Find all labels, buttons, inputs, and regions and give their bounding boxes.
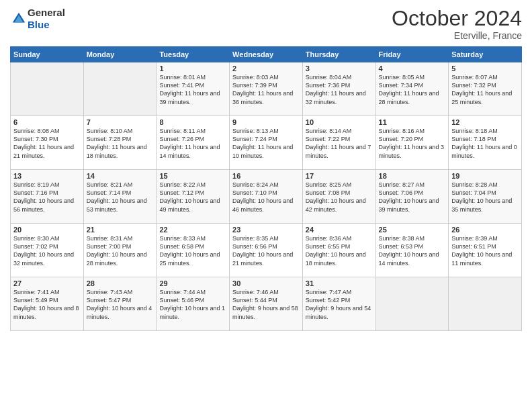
col-wednesday: Wednesday [230, 47, 303, 62]
logo: General Blue [10, 7, 65, 31]
cell-detail: Sunrise: 8:01 AMSunset: 7:41 PMDaylight:… [159, 73, 226, 106]
col-monday: Monday [83, 47, 157, 62]
cell-detail: Sunrise: 8:05 AMSunset: 7:34 PMDaylight:… [379, 73, 446, 106]
cell-2-2: 15Sunrise: 8:22 AMSunset: 7:12 PMDayligh… [157, 170, 230, 224]
day-number: 31 [306, 279, 373, 287]
cell-3-2: 22Sunrise: 8:33 AMSunset: 6:58 PMDayligh… [157, 224, 230, 277]
col-friday: Friday [375, 47, 449, 62]
cell-detail: Sunrise: 7:47 AMSunset: 5:42 PMDaylight:… [306, 288, 373, 321]
day-number: 21 [87, 226, 154, 234]
day-number: 6 [13, 118, 81, 126]
cell-detail: Sunrise: 8:25 AMSunset: 7:08 PMDaylight:… [306, 181, 373, 214]
day-number: 27 [13, 279, 81, 287]
day-number: 20 [13, 226, 81, 234]
day-number: 12 [451, 118, 519, 126]
cell-detail: Sunrise: 8:10 AMSunset: 7:28 PMDaylight:… [87, 127, 154, 160]
day-number: 30 [232, 279, 300, 287]
location-text: Eterville, France [392, 30, 522, 41]
cell-detail: Sunrise: 8:39 AMSunset: 6:51 PMDaylight:… [451, 234, 519, 267]
day-number: 26 [451, 226, 519, 234]
day-number: 29 [159, 279, 226, 287]
day-number: 24 [306, 226, 373, 234]
cell-detail: Sunrise: 8:36 AMSunset: 6:55 PMDaylight:… [306, 234, 373, 267]
day-number: 16 [232, 172, 300, 180]
cell-2-6: 19Sunrise: 8:28 AMSunset: 7:04 PMDayligh… [449, 170, 522, 224]
cell-0-2: 1Sunrise: 8:01 AMSunset: 7:41 PMDaylight… [157, 62, 230, 116]
cell-detail: Sunrise: 8:13 AMSunset: 7:24 PMDaylight:… [232, 127, 300, 160]
day-number: 15 [159, 172, 226, 180]
cell-detail: Sunrise: 8:18 AMSunset: 7:18 PMDaylight:… [451, 127, 519, 160]
week-row-2: 13Sunrise: 8:19 AMSunset: 7:16 PMDayligh… [11, 170, 522, 224]
cell-detail: Sunrise: 8:30 AMSunset: 7:02 PMDaylight:… [13, 234, 81, 267]
cell-2-0: 13Sunrise: 8:19 AMSunset: 7:16 PMDayligh… [11, 170, 84, 224]
day-number: 14 [87, 172, 154, 180]
day-number: 28 [87, 279, 154, 287]
calendar-page: General Blue October 2024 Eterville, Fra… [0, 0, 532, 411]
cell-detail: Sunrise: 8:19 AMSunset: 7:16 PMDaylight:… [13, 181, 81, 214]
cell-detail: Sunrise: 8:22 AMSunset: 7:12 PMDaylight:… [159, 181, 226, 214]
cell-detail: Sunrise: 8:21 AMSunset: 7:14 PMDaylight:… [87, 181, 154, 214]
week-row-4: 27Sunrise: 7:41 AMSunset: 5:49 PMDayligh… [11, 277, 522, 331]
cell-4-0: 27Sunrise: 7:41 AMSunset: 5:49 PMDayligh… [11, 277, 84, 331]
cell-3-1: 21Sunrise: 8:31 AMSunset: 7:00 PMDayligh… [83, 224, 157, 277]
cell-2-1: 14Sunrise: 8:21 AMSunset: 7:14 PMDayligh… [83, 170, 157, 224]
cell-detail: Sunrise: 8:24 AMSunset: 7:10 PMDaylight:… [232, 181, 300, 214]
cell-detail: Sunrise: 7:41 AMSunset: 5:49 PMDaylight:… [13, 288, 81, 321]
cell-detail: Sunrise: 7:44 AMSunset: 5:46 PMDaylight:… [159, 288, 226, 321]
cell-1-5: 11Sunrise: 8:16 AMSunset: 7:20 PMDayligh… [375, 116, 449, 170]
cell-detail: Sunrise: 8:03 AMSunset: 7:39 PMDaylight:… [232, 73, 300, 106]
cell-4-2: 29Sunrise: 7:44 AMSunset: 5:46 PMDayligh… [157, 277, 230, 331]
cell-1-6: 12Sunrise: 8:18 AMSunset: 7:18 PMDayligh… [449, 116, 522, 170]
cell-2-5: 18Sunrise: 8:27 AMSunset: 7:06 PMDayligh… [375, 170, 449, 224]
cell-3-6: 26Sunrise: 8:39 AMSunset: 6:51 PMDayligh… [449, 224, 522, 277]
cell-4-5 [375, 277, 449, 331]
cell-4-4: 31Sunrise: 7:47 AMSunset: 5:42 PMDayligh… [302, 277, 375, 331]
day-number: 3 [306, 64, 373, 73]
day-number: 22 [159, 226, 226, 234]
cell-4-1: 28Sunrise: 7:43 AMSunset: 5:47 PMDayligh… [83, 277, 157, 331]
cell-3-5: 25Sunrise: 8:38 AMSunset: 6:53 PMDayligh… [375, 224, 449, 277]
cell-detail: Sunrise: 8:04 AMSunset: 7:36 PMDaylight:… [306, 73, 373, 106]
cell-1-3: 9Sunrise: 8:13 AMSunset: 7:24 PMDaylight… [230, 116, 303, 170]
day-number: 17 [306, 172, 373, 180]
week-row-1: 6Sunrise: 8:08 AMSunset: 7:30 PMDaylight… [11, 116, 522, 170]
day-number: 4 [379, 64, 446, 73]
cell-0-3: 2Sunrise: 8:03 AMSunset: 7:39 PMDaylight… [230, 62, 303, 116]
cell-detail: Sunrise: 8:16 AMSunset: 7:20 PMDaylight:… [379, 127, 446, 160]
day-number: 7 [87, 118, 154, 126]
day-number: 1 [159, 64, 226, 73]
day-number: 18 [379, 172, 446, 180]
logo-general-text: General [28, 7, 65, 18]
cell-detail: Sunrise: 7:46 AMSunset: 5:44 PMDaylight:… [232, 288, 300, 321]
cell-detail: Sunrise: 8:31 AMSunset: 7:00 PMDaylight:… [87, 234, 154, 267]
cell-1-0: 6Sunrise: 8:08 AMSunset: 7:30 PMDaylight… [11, 116, 84, 170]
day-number: 2 [232, 64, 300, 73]
cell-4-3: 30Sunrise: 7:46 AMSunset: 5:44 PMDayligh… [230, 277, 303, 331]
day-number: 13 [13, 172, 81, 180]
logo-icon [11, 11, 26, 26]
cell-detail: Sunrise: 8:07 AMSunset: 7:32 PMDaylight:… [451, 73, 519, 106]
cell-3-0: 20Sunrise: 8:30 AMSunset: 7:02 PMDayligh… [11, 224, 84, 277]
day-number: 25 [379, 226, 446, 234]
calendar-header-row: Sunday Monday Tuesday Wednesday Thursday… [11, 47, 522, 62]
title-block: October 2024 Eterville, France [392, 7, 522, 41]
month-title: October 2024 [392, 7, 522, 30]
cell-detail: Sunrise: 8:33 AMSunset: 6:58 PMDaylight:… [159, 234, 226, 267]
cell-3-3: 23Sunrise: 8:35 AMSunset: 6:56 PMDayligh… [230, 224, 303, 277]
day-number: 9 [232, 118, 300, 126]
calendar-table: Sunday Monday Tuesday Wednesday Thursday… [10, 46, 522, 331]
col-saturday: Saturday [449, 47, 522, 62]
cell-detail: Sunrise: 8:08 AMSunset: 7:30 PMDaylight:… [13, 127, 81, 160]
week-row-0: 1Sunrise: 8:01 AMSunset: 7:41 PMDaylight… [11, 62, 522, 116]
cell-detail: Sunrise: 8:28 AMSunset: 7:04 PMDaylight:… [451, 181, 519, 214]
cell-0-5: 4Sunrise: 8:05 AMSunset: 7:34 PMDaylight… [375, 62, 449, 116]
col-thursday: Thursday [302, 47, 375, 62]
day-number: 8 [159, 118, 226, 126]
cell-4-6 [449, 277, 522, 331]
cell-detail: Sunrise: 8:27 AMSunset: 7:06 PMDaylight:… [379, 181, 446, 214]
cell-detail: Sunrise: 8:35 AMSunset: 6:56 PMDaylight:… [232, 234, 300, 267]
day-number: 10 [306, 118, 373, 126]
cell-2-3: 16Sunrise: 8:24 AMSunset: 7:10 PMDayligh… [230, 170, 303, 224]
cell-detail: Sunrise: 8:14 AMSunset: 7:22 PMDaylight:… [306, 127, 373, 160]
col-tuesday: Tuesday [157, 47, 230, 62]
